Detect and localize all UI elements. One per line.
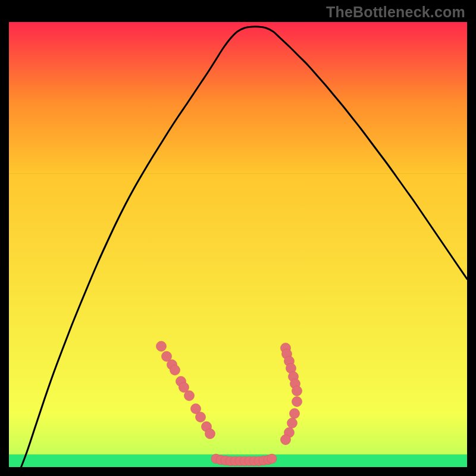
chart-marker <box>156 342 167 352</box>
svg-rect-1 <box>9 413 467 454</box>
svg-rect-2 <box>9 173 467 414</box>
chart-marker <box>196 412 206 422</box>
chart-marker <box>287 418 298 428</box>
watermark-text: TheBottleneck.com <box>326 4 465 21</box>
chart-background <box>9 22 467 467</box>
bottleneck-chart <box>9 22 467 467</box>
chart-marker <box>292 386 302 396</box>
svg-rect-3 <box>9 102 467 174</box>
chart-marker <box>290 409 300 419</box>
chart-marker <box>205 429 215 439</box>
chart-marker <box>170 365 180 375</box>
chart-marker <box>292 397 302 407</box>
chart-marker <box>281 435 291 445</box>
svg-rect-4 <box>9 22 467 102</box>
chart-marker <box>267 454 277 464</box>
chart-frame <box>9 22 467 467</box>
chart-marker <box>184 391 195 401</box>
